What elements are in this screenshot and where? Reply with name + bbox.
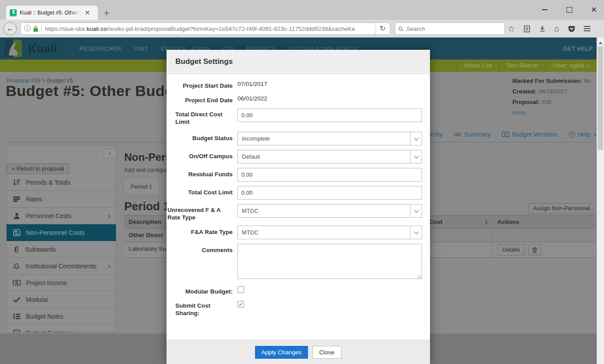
back-button[interactable]: ← xyxy=(4,22,17,35)
sidebar-collapse-button[interactable]: ‹ xyxy=(104,149,116,158)
help-icon: ? xyxy=(568,131,575,138)
budget-sidebar: ‹ « Return to proposal Periods & Totals … xyxy=(6,145,116,333)
total-cost-limit-input[interactable] xyxy=(237,186,422,200)
doc-search-link[interactable]: Doc Search xyxy=(499,59,545,72)
field-label: Comments xyxy=(202,246,233,254)
sidebar-item-modular[interactable]: Modular xyxy=(7,291,116,308)
sidebar-item-institutional-commitments[interactable]: Institutional Commitments › xyxy=(7,258,116,275)
page-info-icon[interactable]: ⓘ xyxy=(24,25,30,33)
field-unrecovered-fa-rate-type: Unrecovered F & A Rate Type MTDC xyxy=(167,204,422,221)
sidebar-item-budget-summary[interactable]: Budget Summary xyxy=(7,325,116,333)
page-scrollbar[interactable] xyxy=(597,37,604,364)
sidebar-item-budget-notes[interactable]: Budget Notes xyxy=(7,308,116,325)
assign-non-personnel-button[interactable]: Assign Non-Personnel... xyxy=(529,203,599,214)
search-bar[interactable] xyxy=(395,22,505,35)
tab-summary[interactable]: Summary xyxy=(454,131,490,138)
window-close-button[interactable]: ✕ xyxy=(588,4,600,15)
tab-close-icon[interactable]: ✕ xyxy=(85,9,90,17)
field-label: On/Off Campus xyxy=(189,152,233,160)
on-off-campus-select[interactable]: Default xyxy=(237,150,422,163)
chevron-down-icon xyxy=(410,204,422,217)
url-bar[interactable]: ⓘ https://siue-sbx.kuali.co/res/kc-pd-kr… xyxy=(20,22,390,35)
money-icon xyxy=(502,132,509,137)
user-menu[interactable]: User: nglick▾ xyxy=(545,59,597,72)
list-icon xyxy=(13,313,21,319)
unrecovered-fa-rate-type-select[interactable]: MTDC xyxy=(237,204,422,218)
chevron-right-icon: › xyxy=(108,262,111,271)
delete-button[interactable] xyxy=(529,244,541,256)
chevron-down-icon xyxy=(410,150,422,163)
field-modular-budget: Modular Budget: xyxy=(167,285,422,295)
submit-cost-sharing-checkbox[interactable]: ✓ xyxy=(237,301,244,308)
scrollbar-thumb[interactable] xyxy=(598,46,603,150)
budget-settings-dialog: Budget Settings Project Start Date 07/01… xyxy=(167,50,430,364)
sidebar-item-periods-totals[interactable]: Periods & Totals xyxy=(7,174,116,191)
field-total-cost-limit: Total Cost Limit xyxy=(167,186,422,200)
browser-titlebar: Kuali :: Budget #5: Other Bu ✕ + ✕ xyxy=(0,0,604,20)
info-label: Marked For Submission: xyxy=(512,78,582,84)
field-label: Total Cost Limit xyxy=(188,189,233,196)
new-tab-button[interactable]: + xyxy=(104,8,109,19)
chevron-down-icon: ▾ xyxy=(594,132,596,137)
field-on-off-campus: On/Off Campus Default xyxy=(167,150,422,163)
action-list-link[interactable]: Action List xyxy=(456,59,499,72)
info-value: No xyxy=(584,78,591,84)
residual-funds-input[interactable] xyxy=(237,168,422,182)
column-cost[interactable]: Cost▲▼ xyxy=(430,215,493,228)
search-input[interactable] xyxy=(406,26,501,32)
sidebar-item-rates[interactable]: Rates xyxy=(7,191,116,208)
menu-icon[interactable] xyxy=(584,26,590,31)
budget-status-select[interactable]: Incomplete xyxy=(237,132,422,145)
field-submit-cost-sharing: Submit Cost Sharing: ✓ xyxy=(167,300,422,317)
chevron-down-icon: ▾ xyxy=(586,63,589,68)
column-actions: Actions xyxy=(493,215,596,228)
page-title: Budget #5: Other Budget xyxy=(6,82,188,100)
scroll-up-arrow[interactable] xyxy=(599,40,602,44)
downloads-icon[interactable] xyxy=(539,25,546,32)
eye-icon xyxy=(454,132,461,137)
field-label: Submit Cost Sharing: xyxy=(175,302,233,317)
tab-budget-versions[interactable]: Budget Versions xyxy=(502,131,557,138)
sidebar-item-non-personnel-costs[interactable]: Non-Personnel Costs xyxy=(7,224,116,241)
field-label: F&A Rate Type xyxy=(191,228,233,236)
apply-changes-button[interactable]: Apply Changes xyxy=(255,346,308,359)
tab-help[interactable]: ? Help ▾ xyxy=(568,131,596,138)
kuali-wordmark: Kuali xyxy=(28,42,57,56)
nav-item-researcher[interactable]: RESEARCHER xyxy=(79,45,121,52)
sort-icon[interactable]: ▲▼ xyxy=(485,219,488,225)
pocket-icon[interactable] xyxy=(568,25,575,33)
dialog-body: Project Start Date 07/01/2017 Project En… xyxy=(167,74,430,317)
window-maximize-button[interactable] xyxy=(563,4,575,15)
info-label: Proposal: xyxy=(512,99,540,105)
info-value: 06/19/2017 xyxy=(538,88,567,95)
details-button[interactable]: Details xyxy=(497,244,525,256)
bell-icon xyxy=(13,262,20,270)
sidebar-item-personnel-costs[interactable]: Personnel Costs › xyxy=(7,208,116,224)
nav-item-unit[interactable]: UNIT xyxy=(134,45,148,52)
fa-rate-type-select[interactable]: MTDC xyxy=(237,226,422,239)
home-icon[interactable]: ⌂ xyxy=(554,24,559,33)
tab-period-1[interactable]: Period 1 xyxy=(123,178,159,195)
more-link[interactable]: more... xyxy=(512,109,530,116)
browser-tab[interactable]: Kuali :: Budget #5: Other Bu ✕ xyxy=(6,6,98,20)
get-help-link[interactable]: GET HELP xyxy=(563,37,593,59)
project-end-date-value: 06/01/2022 xyxy=(237,94,422,102)
sidebar-item-project-income[interactable]: Project Income xyxy=(7,275,116,291)
project-start-date-value: 07/01/2017 xyxy=(237,79,422,87)
clipboard-icon[interactable] xyxy=(523,25,530,33)
chevron-down-icon xyxy=(410,132,422,145)
comments-textarea[interactable] xyxy=(237,244,422,279)
window-minimize-button[interactable] xyxy=(539,4,550,15)
field-label: Residual Funds xyxy=(188,171,233,178)
field-label: Project End Date xyxy=(185,97,233,104)
total-direct-cost-limit-input[interactable] xyxy=(237,108,422,122)
close-button[interactable]: Close xyxy=(312,346,342,359)
bookmark-star-icon[interactable]: ☆ xyxy=(508,24,515,34)
return-to-proposal-button[interactable]: « Return to proposal xyxy=(7,163,69,174)
url-text: https://siue-sbx.kuali.co/res/kc-pd-krad… xyxy=(45,26,375,32)
sidebar-item-subawards[interactable]: Subawards xyxy=(7,241,116,258)
reload-icon[interactable]: ↻ xyxy=(375,23,390,34)
search-icon xyxy=(398,26,404,32)
resize-grip-icon[interactable] xyxy=(417,275,421,279)
modular-budget-checkbox[interactable] xyxy=(237,286,244,293)
